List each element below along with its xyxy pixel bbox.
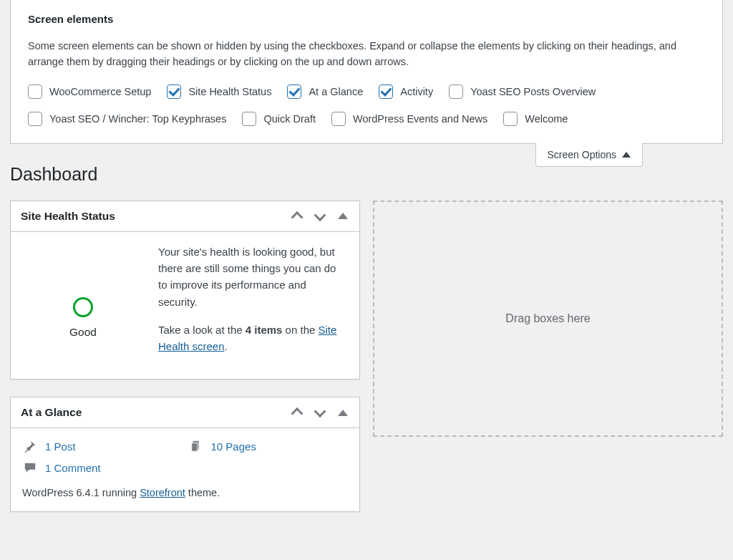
screen-options-panel: Screen elements Some screen elements can… (10, 0, 723, 144)
triangle-up-icon (338, 410, 348, 416)
checkbox-welcome[interactable]: Welcome (503, 112, 568, 126)
at-a-glance-body: 1 Post 10 Pages 1 Comment (11, 428, 359, 511)
checkbox-label: Welcome (525, 113, 568, 125)
glance-comments-label: 1 Comment (45, 462, 101, 474)
glance-pages-link[interactable]: 10 Pages (188, 440, 349, 453)
checkbox-wp-events-news[interactable]: WordPress Events and News (331, 112, 487, 126)
postbox-site-health: Site Health Status Good Your site's heal… (10, 201, 360, 380)
screen-options-toggle[interactable]: Screen Options (535, 143, 644, 167)
pin-icon (22, 440, 38, 453)
health-status-circle-icon (73, 297, 93, 317)
checkbox-quick-draft[interactable]: Quick Draft (242, 112, 316, 126)
checkbox-icon (287, 85, 301, 99)
triangle-up-icon (338, 213, 348, 219)
postbox-title: Site Health Status (21, 210, 115, 223)
postbox-header[interactable]: Site Health Status (11, 201, 359, 232)
checkbox-yoast-posts-overview[interactable]: Yoast SEO Posts Overview (449, 85, 596, 99)
site-health-text: Your site's health is looking good, but … (158, 243, 348, 367)
cta-items-count: 4 items (246, 324, 283, 336)
checkbox-yoast-wincher-keyphrases[interactable]: Yoast SEO / Wincher: Top Keyphrases (28, 112, 226, 126)
move-down-button[interactable] (314, 406, 326, 419)
column-right: Drag boxes here (373, 201, 723, 530)
checkbox-label: Yoast SEO Posts Overview (470, 86, 596, 97)
move-up-button[interactable] (291, 406, 304, 419)
postbox-header[interactable]: At a Glance (11, 397, 359, 428)
chevron-down-icon (314, 406, 326, 418)
dropzone-label: Drag boxes here (505, 312, 590, 325)
checkbox-site-health-status[interactable]: Site Health Status (167, 85, 271, 99)
checkbox-icon (28, 112, 42, 126)
cta-mid: on the (282, 324, 318, 336)
checkbox-activity[interactable]: Activity (379, 85, 433, 99)
chevron-up-icon (291, 407, 304, 420)
site-health-cta: Take a look at the 4 items on the Site H… (158, 322, 348, 355)
checkbox-icon (449, 85, 463, 99)
checkbox-label: WordPress Events and News (353, 113, 487, 125)
checkbox-at-a-glance[interactable]: At a Glance (287, 85, 363, 99)
caret-up-icon (622, 152, 631, 158)
site-health-message: Your site's health is looking good, but … (158, 243, 348, 310)
glance-comments-link[interactable]: 1 Comment (22, 461, 183, 474)
comment-icon (22, 461, 38, 474)
checkbox-icon (331, 112, 346, 126)
move-up-button[interactable] (291, 210, 304, 223)
checkbox-label: Site Health Status (188, 86, 271, 97)
site-health-body: Good Your site's health is looking good,… (11, 232, 359, 380)
chevron-down-icon (314, 209, 326, 221)
pages-icon (188, 440, 204, 453)
site-health-status-label: Good (69, 326, 97, 339)
footer-prefix: WordPress 6.4.1 running (22, 487, 140, 498)
postbox-at-a-glance: At a Glance 1 Post (10, 397, 360, 512)
glance-posts-label: 1 Post (45, 440, 76, 453)
screen-elements-description: Some screen elements can be shown or hid… (28, 38, 705, 70)
dropzone[interactable]: Drag boxes here (373, 201, 723, 437)
postbox-handle-actions (291, 406, 349, 419)
glance-posts-link[interactable]: 1 Post (22, 440, 183, 453)
checkbox-icon (503, 112, 518, 126)
site-health-badge: Good (22, 243, 144, 367)
toggle-panel-button[interactable] (336, 210, 349, 223)
at-a-glance-grid: 1 Post 10 Pages 1 Comment (22, 440, 348, 474)
column-left: Site Health Status Good Your site's heal… (10, 201, 360, 530)
postbox-handle-actions (291, 210, 349, 223)
checkbox-icon (28, 85, 42, 99)
checkbox-icon (379, 85, 393, 99)
page-title: Dashboard (0, 164, 733, 185)
toggle-panel-button[interactable] (336, 406, 349, 419)
checkbox-label: Activity (400, 86, 433, 97)
cta-prefix: Take a look at the (158, 324, 246, 336)
checkbox-label: At a Glance (309, 86, 363, 97)
checkbox-icon (242, 112, 256, 126)
glance-pages-label: 10 Pages (211, 440, 256, 453)
screen-options-toggle-label: Screen Options (548, 149, 617, 160)
theme-link[interactable]: Storefront (140, 487, 185, 498)
dashboard-columns: Site Health Status Good Your site's heal… (0, 201, 733, 530)
checkbox-label: Yoast SEO / Wincher: Top Keyphrases (49, 113, 226, 125)
move-down-button[interactable] (314, 210, 326, 223)
chevron-up-icon (291, 211, 304, 223)
checkbox-label: WooCommerce Setup (49, 86, 151, 97)
checkbox-icon (167, 85, 181, 99)
footer-suffix: theme. (185, 487, 220, 498)
checkbox-label: Quick Draft (263, 113, 316, 125)
cta-suffix: . (225, 340, 228, 352)
screen-elements-checkboxes: WooCommerce Setup Site Health Status At … (28, 85, 705, 126)
at-a-glance-footer: WordPress 6.4.1 running Storefront theme… (22, 487, 348, 498)
checkbox-woocommerce-setup[interactable]: WooCommerce Setup (28, 85, 151, 99)
postbox-title: At a Glance (21, 406, 82, 419)
screen-elements-heading: Screen elements (28, 13, 705, 25)
